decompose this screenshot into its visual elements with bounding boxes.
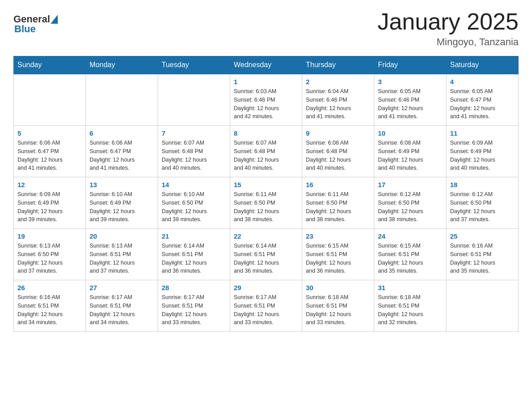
calendar-cell: 15Sunrise: 6:11 AM Sunset: 6:50 PM Dayli… [230,177,302,229]
calendar-cell: 29Sunrise: 6:17 AM Sunset: 6:51 PM Dayli… [230,280,302,332]
calendar-cell: 13Sunrise: 6:10 AM Sunset: 6:49 PM Dayli… [86,177,158,229]
day-info: Sunrise: 6:13 AM Sunset: 6:50 PM Dayligh… [17,242,82,275]
day-number: 3 [378,78,442,86]
day-info: Sunrise: 6:17 AM Sunset: 6:51 PM Dayligh… [234,293,298,327]
calendar-cell: 14Sunrise: 6:10 AM Sunset: 6:50 PM Dayli… [158,177,230,229]
day-number: 1 [234,78,298,86]
day-info: Sunrise: 6:15 AM Sunset: 6:51 PM Dayligh… [378,242,442,275]
logo-triangle-icon [51,15,58,24]
day-number: 14 [162,181,226,188]
day-number: 17 [378,181,442,188]
day-number: 31 [378,284,442,291]
day-info: Sunrise: 6:18 AM Sunset: 6:51 PM Dayligh… [378,293,442,327]
day-info: Sunrise: 6:15 AM Sunset: 6:51 PM Dayligh… [306,242,370,275]
calendar-cell: 23Sunrise: 6:15 AM Sunset: 6:51 PM Dayli… [302,229,374,280]
weekday-header-row: SundayMondayTuesdayWednesdayThursdayFrid… [14,56,519,74]
calendar-cell: 28Sunrise: 6:17 AM Sunset: 6:51 PM Dayli… [158,280,230,332]
day-info: Sunrise: 6:09 AM Sunset: 6:49 PM Dayligh… [17,190,82,224]
calendar-cell: 4Sunrise: 6:05 AM Sunset: 6:47 PM Daylig… [446,74,519,126]
calendar-cell: 6Sunrise: 6:06 AM Sunset: 6:47 PM Daylig… [86,126,158,177]
day-number: 13 [90,181,154,188]
day-info: Sunrise: 6:09 AM Sunset: 6:49 PM Dayligh… [450,139,515,172]
calendar-cell: 30Sunrise: 6:18 AM Sunset: 6:51 PM Dayli… [302,280,374,332]
calendar-cell: 10Sunrise: 6:08 AM Sunset: 6:49 PM Dayli… [374,126,446,177]
day-number: 20 [90,232,154,240]
calendar-cell: 31Sunrise: 6:18 AM Sunset: 6:51 PM Dayli… [374,280,446,332]
day-info: Sunrise: 6:17 AM Sunset: 6:51 PM Dayligh… [90,293,154,327]
calendar-cell: 27Sunrise: 6:17 AM Sunset: 6:51 PM Dayli… [86,280,158,332]
day-number: 27 [90,284,154,291]
calendar-cell: 2Sunrise: 6:04 AM Sunset: 6:46 PM Daylig… [302,74,374,126]
day-number: 15 [234,181,298,188]
calendar-cell: 22Sunrise: 6:14 AM Sunset: 6:51 PM Dayli… [230,229,302,280]
calendar-cell: 18Sunrise: 6:12 AM Sunset: 6:50 PM Dayli… [446,177,519,229]
calendar-cell [14,74,86,126]
day-number: 23 [306,232,370,240]
weekday-header-tuesday: Tuesday [158,56,230,74]
day-info: Sunrise: 6:16 AM Sunset: 6:51 PM Dayligh… [17,293,82,327]
day-info: Sunrise: 6:08 AM Sunset: 6:49 PM Dayligh… [378,139,442,172]
calendar-cell [86,74,158,126]
calendar-cell: 7Sunrise: 6:07 AM Sunset: 6:48 PM Daylig… [158,126,230,177]
day-info: Sunrise: 6:10 AM Sunset: 6:50 PM Dayligh… [162,190,226,224]
day-info: Sunrise: 6:06 AM Sunset: 6:47 PM Dayligh… [17,139,82,172]
day-info: Sunrise: 6:17 AM Sunset: 6:51 PM Dayligh… [162,293,226,327]
day-info: Sunrise: 6:04 AM Sunset: 6:46 PM Dayligh… [306,87,370,121]
day-info: Sunrise: 6:05 AM Sunset: 6:47 PM Dayligh… [450,87,515,121]
day-number: 22 [234,232,298,240]
day-number: 18 [450,181,515,188]
calendar-cell: 17Sunrise: 6:12 AM Sunset: 6:50 PM Dayli… [374,177,446,229]
calendar-cell: 5Sunrise: 6:06 AM Sunset: 6:47 PM Daylig… [14,126,86,177]
page-header: General Blue January 2025 Mingoyo, Tanza… [13,9,519,48]
weekday-header-thursday: Thursday [302,56,374,74]
calendar-cell [158,74,230,126]
day-number: 9 [306,129,370,137]
calendar-cell: 8Sunrise: 6:07 AM Sunset: 6:48 PM Daylig… [230,126,302,177]
day-info: Sunrise: 6:12 AM Sunset: 6:50 PM Dayligh… [450,190,515,224]
calendar-cell: 1Sunrise: 6:03 AM Sunset: 6:46 PM Daylig… [230,74,302,126]
day-info: Sunrise: 6:11 AM Sunset: 6:50 PM Dayligh… [234,190,298,224]
day-info: Sunrise: 6:18 AM Sunset: 6:51 PM Dayligh… [306,293,370,327]
day-number: 7 [162,129,226,137]
logo: General Blue [13,13,58,35]
day-info: Sunrise: 6:08 AM Sunset: 6:48 PM Dayligh… [306,139,370,172]
title-area: January 2025 Mingoyo, Tanzania [378,9,519,48]
day-info: Sunrise: 6:03 AM Sunset: 6:46 PM Dayligh… [234,87,298,121]
day-info: Sunrise: 6:06 AM Sunset: 6:47 PM Dayligh… [90,139,154,172]
day-info: Sunrise: 6:12 AM Sunset: 6:50 PM Dayligh… [378,190,442,224]
day-info: Sunrise: 6:11 AM Sunset: 6:50 PM Dayligh… [306,190,370,224]
calendar-cell: 19Sunrise: 6:13 AM Sunset: 6:50 PM Dayli… [14,229,86,280]
day-number: 26 [17,284,82,291]
day-info: Sunrise: 6:05 AM Sunset: 6:46 PM Dayligh… [378,87,442,121]
calendar-cell: 11Sunrise: 6:09 AM Sunset: 6:49 PM Dayli… [446,126,519,177]
day-number: 11 [450,129,515,137]
weekday-header-monday: Monday [86,56,158,74]
calendar-header: SundayMondayTuesdayWednesdayThursdayFrid… [14,56,519,74]
calendar-body: 1Sunrise: 6:03 AM Sunset: 6:46 PM Daylig… [14,74,519,332]
day-info: Sunrise: 6:07 AM Sunset: 6:48 PM Dayligh… [234,139,298,172]
day-number: 2 [306,78,370,86]
calendar-cell: 9Sunrise: 6:08 AM Sunset: 6:48 PM Daylig… [302,126,374,177]
calendar-cell: 20Sunrise: 6:13 AM Sunset: 6:51 PM Dayli… [86,229,158,280]
calendar-cell: 26Sunrise: 6:16 AM Sunset: 6:51 PM Dayli… [14,280,86,332]
day-number: 21 [162,232,226,240]
day-number: 24 [378,232,442,240]
day-number: 12 [17,181,82,188]
day-number: 8 [234,129,298,137]
day-number: 6 [90,129,154,137]
day-info: Sunrise: 6:14 AM Sunset: 6:51 PM Dayligh… [234,242,298,275]
calendar-week-row: 26Sunrise: 6:16 AM Sunset: 6:51 PM Dayli… [14,280,519,332]
calendar-cell: 16Sunrise: 6:11 AM Sunset: 6:50 PM Dayli… [302,177,374,229]
day-number: 19 [17,232,82,240]
weekday-header-friday: Friday [374,56,446,74]
day-info: Sunrise: 6:10 AM Sunset: 6:49 PM Dayligh… [90,190,154,224]
calendar-week-row: 5Sunrise: 6:06 AM Sunset: 6:47 PM Daylig… [14,126,519,177]
calendar-cell: 24Sunrise: 6:15 AM Sunset: 6:51 PM Dayli… [374,229,446,280]
calendar-cell: 25Sunrise: 6:16 AM Sunset: 6:51 PM Dayli… [446,229,519,280]
day-info: Sunrise: 6:13 AM Sunset: 6:51 PM Dayligh… [90,242,154,275]
calendar-cell: 3Sunrise: 6:05 AM Sunset: 6:46 PM Daylig… [374,74,446,126]
day-number: 30 [306,284,370,291]
day-number: 5 [17,129,82,137]
calendar-week-row: 1Sunrise: 6:03 AM Sunset: 6:46 PM Daylig… [14,74,519,126]
day-number: 29 [234,284,298,291]
